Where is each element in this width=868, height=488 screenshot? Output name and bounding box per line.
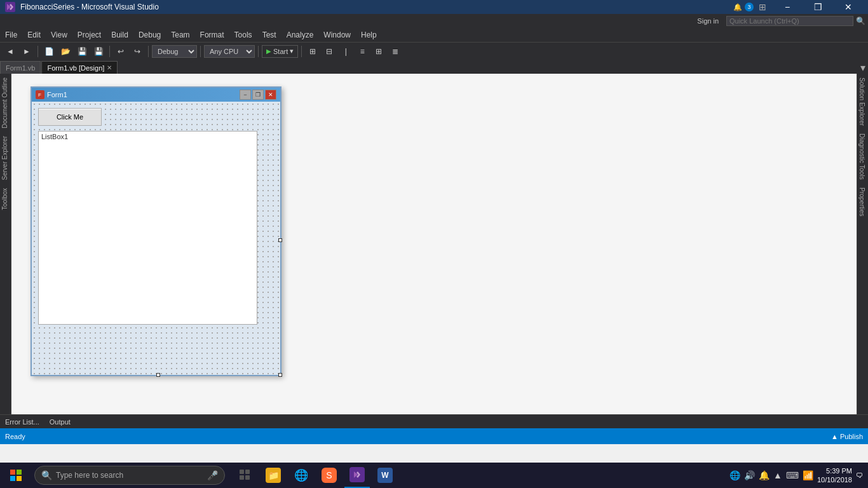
menu-tools[interactable]: Tools <box>229 28 257 42</box>
form-title-text: Form1 <box>47 91 237 98</box>
task-view-icon <box>238 468 253 483</box>
toolbar-btn-2[interactable]: ⊟ <box>322 44 337 58</box>
quick-launch-input[interactable] <box>726 16 853 26</box>
start-button[interactable]: ▶ Start ▾ <box>262 45 298 58</box>
form-minimize-btn[interactable]: − <box>240 90 251 100</box>
save-button[interactable]: 💾 <box>74 44 90 58</box>
up-arrow-icon[interactable]: ▲ <box>773 470 782 480</box>
form-designer[interactable]: F Form1 − ❒ ✕ Click Me ListBox1 <box>31 86 281 376</box>
tab-close-icon[interactable]: ✕ <box>107 64 112 71</box>
vb-listbox[interactable]: ListBox1 <box>38 131 257 325</box>
svg-rect-10 <box>240 475 244 480</box>
redo-button[interactable]: ↪ <box>130 44 145 58</box>
toolbar-btn-1[interactable]: ⊞ <box>305 44 320 58</box>
taskbar-vs[interactable] <box>344 463 370 488</box>
sign-in-label[interactable]: Sign in <box>697 17 719 25</box>
taskbar-task-view[interactable] <box>233 463 258 488</box>
taskbar-time[interactable]: 5:39 PM 10/10/2018 <box>817 466 852 485</box>
restore-button[interactable]: ❒ <box>803 0 832 14</box>
taskbar-search[interactable]: 🔍 Type here to search 🎤 <box>34 466 225 485</box>
toolbar-btn-6[interactable]: ≣ <box>388 44 403 58</box>
toolbar-btn-5[interactable]: ⊞ <box>371 44 386 58</box>
svg-rect-6 <box>10 476 15 481</box>
platform-dropdown[interactable]: Any CPU x86 x64 <box>204 45 255 58</box>
vb-click-me-button[interactable]: Click Me <box>38 108 102 126</box>
form-title-bar: F Form1 − ❒ ✕ <box>32 88 280 102</box>
menu-format[interactable]: Format <box>195 28 229 42</box>
volume-icon[interactable]: 🔊 <box>744 470 755 480</box>
tab-form1-vb-label: Form1.vb <box>6 64 35 72</box>
start-menu-button[interactable] <box>0 463 32 488</box>
status-bar: Ready ▲ Publish <box>0 428 868 444</box>
taskbar-file-explorer[interactable]: 📁 <box>261 463 286 488</box>
notification-badge[interactable]: 3 <box>745 3 754 11</box>
quick-launch-bar: Sign in 🔍 <box>0 14 868 28</box>
toolbar-btn-3[interactable]: | <box>338 44 353 58</box>
toolbar: ◄ ► 📄 📂 💾 💾 ↩ ↪ Debug Release Any CPU x8… <box>0 42 868 60</box>
file-explorer-icon: 📁 <box>266 468 281 483</box>
resize-handle-bottom-right[interactable] <box>278 373 282 377</box>
bottom-bar: Error List... Output <box>0 414 868 428</box>
menu-debug[interactable]: Debug <box>133 28 166 42</box>
tab-form1-vb[interactable]: Form1.vb <box>0 61 41 74</box>
back-button[interactable]: ◄ <box>3 44 18 58</box>
menu-test[interactable]: Test <box>257 28 281 42</box>
tab-form1-design[interactable]: Form1.vb [Design] ✕ <box>41 61 118 74</box>
notification-icon-tray[interactable]: 🔔 <box>759 470 770 480</box>
config-dropdown[interactable]: Debug Release <box>152 45 197 58</box>
tab-scroll-icon[interactable]: ▾ <box>860 62 868 74</box>
svg-text:F: F <box>38 92 41 98</box>
taskbar-mic-icon[interactable]: 🎤 <box>207 470 218 480</box>
sidebar-solution-explorer[interactable]: Solution Explorer <box>857 74 868 130</box>
menu-edit[interactable]: Edit <box>22 28 46 42</box>
close-button[interactable]: ✕ <box>834 0 863 14</box>
svg-rect-11 <box>245 475 250 480</box>
resize-handle-right-center[interactable] <box>278 238 282 242</box>
title-bar: FibonacciSeries - Microsoft Visual Studi… <box>0 0 868 14</box>
taskbar-chrome[interactable]: 🌐 <box>288 463 314 488</box>
undo-button[interactable]: ↩ <box>113 44 128 58</box>
minimize-button[interactable]: − <box>773 0 802 14</box>
taskbar-word[interactable]: W <box>372 463 398 488</box>
publish-label[interactable]: ▲ Publish <box>831 433 863 440</box>
form-close-btn[interactable]: ✕ <box>265 90 276 100</box>
vs-logo <box>5 2 15 12</box>
status-right: ▲ Publish <box>831 433 863 440</box>
date: 10/10/2018 <box>817 475 852 484</box>
taskbar-sublime[interactable]: S <box>316 463 342 488</box>
taskbar-notification-center[interactable]: 🗨 <box>856 471 863 479</box>
save-all-button[interactable]: 💾 <box>91 44 106 58</box>
form-restore-btn[interactable]: ❒ <box>252 90 264 100</box>
menu-file[interactable]: File <box>0 28 22 42</box>
svg-rect-4 <box>10 470 15 475</box>
sidebar-server-explorer[interactable]: Server Explorer <box>0 132 11 184</box>
start-label: Start <box>273 48 288 55</box>
sidebar-properties[interactable]: Properties <box>857 184 868 220</box>
separator2 <box>109 46 110 57</box>
menu-project[interactable]: Project <box>72 28 106 42</box>
menu-window[interactable]: Window <box>318 28 356 42</box>
vb-listbox-label: ListBox1 <box>41 133 68 140</box>
menu-view[interactable]: View <box>46 28 72 42</box>
sidebar-toolbox[interactable]: Toolbox <box>0 184 11 214</box>
taskbar-sys: 🌐 🔊 🔔 ▲ ⌨ 📶 5:39 PM 10/10/2018 🗨 <box>724 466 868 485</box>
search-icon: 🔍 <box>856 17 865 25</box>
forward-button[interactable]: ► <box>19 44 34 58</box>
menu-team[interactable]: Team <box>166 28 194 42</box>
form-body[interactable]: Click Me ListBox1 <box>32 102 280 375</box>
open-button[interactable]: 📂 <box>58 44 73 58</box>
output-item[interactable]: Output <box>50 418 71 426</box>
error-list-item[interactable]: Error List... <box>5 418 39 426</box>
menu-analyze[interactable]: Analyze <box>281 28 319 42</box>
resize-handle-bottom-center[interactable] <box>156 373 160 377</box>
svg-rect-7 <box>17 476 22 481</box>
taskbar-apps: 📁 🌐 S W <box>233 463 398 488</box>
toolbar-btn-4[interactable]: ≡ <box>355 44 370 58</box>
sidebar-document-outline[interactable]: Document Outline <box>0 74 11 132</box>
menu-build[interactable]: Build <box>106 28 133 42</box>
new-project-button[interactable]: 📄 <box>41 44 57 58</box>
separator <box>37 46 38 57</box>
sidebar-diagnostic-tools[interactable]: Diagnostic Tools <box>857 130 868 184</box>
menu-help[interactable]: Help <box>356 28 382 42</box>
svg-rect-9 <box>245 470 250 474</box>
